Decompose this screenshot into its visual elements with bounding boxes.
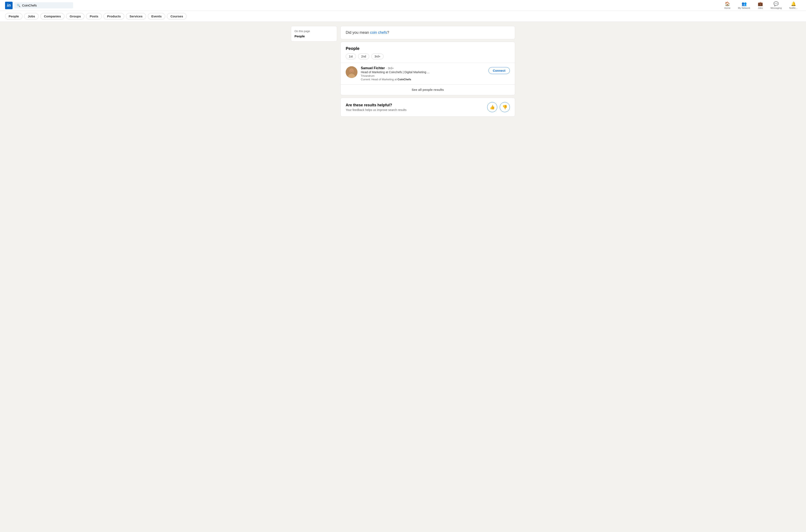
person-current-company: CoinChefs	[398, 78, 411, 81]
nav-home[interactable]: 🏠 Home	[721, 0, 734, 11]
person-degree: · 3rd+	[386, 66, 394, 70]
search-input[interactable]	[22, 4, 71, 7]
notifications-icon: 🔔	[791, 1, 796, 6]
jobs-icon: 💼	[758, 1, 763, 6]
did-you-mean-link[interactable]: coin chefs	[370, 31, 387, 35]
nav-my-network[interactable]: 👥 My Network	[735, 0, 753, 11]
header: in 🔍 🏠 Home 👥 My Network 💼 Jobs 💬 Messag…	[0, 0, 806, 11]
main-content: On this page People Did you mean coin ch…	[288, 26, 518, 117]
see-all-link[interactable]: See all people results	[411, 88, 444, 91]
table-row: Samuel Fichter· 3rd+ Head of Marketing a…	[341, 63, 515, 84]
avatar-image	[346, 66, 358, 78]
nav-my-network-label: My Network	[738, 7, 750, 9]
filter-events[interactable]: Events	[148, 13, 165, 19]
filter-groups[interactable]: Groups	[66, 13, 85, 19]
feedback-buttons: 👍 👎	[487, 102, 510, 112]
feedback-subtitle: Your feedback helps us improve search re…	[346, 108, 407, 112]
nav-jobs[interactable]: 💼 Jobs	[754, 0, 766, 11]
filter-jobs[interactable]: Jobs	[24, 13, 39, 19]
person-info: Samuel Fichter· 3rd+ Head of Marketing a…	[361, 66, 485, 81]
search-bar: 🔍	[14, 2, 73, 8]
person-current: Current: Head of Marketing at CoinChefs	[361, 78, 485, 81]
svg-point-3	[350, 69, 353, 73]
main-nav: 🏠 Home 👥 My Network 💼 Jobs 💬 Messaging 🔔…	[721, 0, 801, 11]
on-this-page-label: On this page	[294, 30, 333, 33]
people-section-title: People	[341, 42, 515, 54]
nav-messaging[interactable]: 💬 Messaging	[767, 0, 785, 11]
feedback-title: Are these results helpful?	[346, 103, 407, 107]
search-icon: 🔍	[17, 4, 20, 7]
nav-messaging-label: Messaging	[771, 7, 782, 9]
person-title: Head of Marketing at Coinchefs | Digital…	[361, 71, 485, 74]
filter-products[interactable]: Products	[104, 13, 124, 19]
degree-1st[interactable]: 1st	[346, 54, 356, 59]
nav-notifications-label: Notific...	[789, 7, 798, 9]
sidebar: On this page People	[291, 26, 337, 117]
did-you-mean-suffix: ?	[387, 31, 389, 35]
logo-text: in	[7, 3, 11, 8]
linkedin-logo[interactable]: in	[5, 2, 13, 9]
degree-2nd[interactable]: 2nd	[358, 54, 369, 59]
results-area: Did you mean coin chefs? People 1st 2nd …	[341, 26, 515, 117]
sidebar-people-link[interactable]: People	[294, 34, 333, 38]
filter-bar: People Jobs Companies Groups Posts Produ…	[0, 11, 806, 22]
filter-people[interactable]: People	[5, 13, 22, 19]
feedback-text: Are these results helpful? Your feedback…	[346, 103, 407, 112]
feedback-card: Are these results helpful? Your feedback…	[341, 98, 515, 117]
nav-home-label: Home	[725, 7, 730, 9]
thumbs-up-button[interactable]: 👍	[487, 102, 497, 112]
people-card: People 1st 2nd 3rd+	[341, 42, 515, 95]
avatar[interactable]	[346, 66, 358, 78]
filter-courses[interactable]: Courses	[167, 13, 187, 19]
did-you-mean-card: Did you mean coin chefs?	[341, 26, 515, 39]
sidebar-card: On this page People	[291, 26, 337, 41]
connect-button[interactable]: Connect	[489, 67, 510, 74]
see-all-row: See all people results	[341, 84, 515, 95]
nav-jobs-label: Jobs	[758, 7, 763, 9]
messaging-icon: 💬	[773, 1, 779, 6]
nav-notifications[interactable]: 🔔 Notific...	[786, 0, 801, 11]
filter-services[interactable]: Services	[126, 13, 146, 19]
thumbs-down-button[interactable]: 👎	[500, 102, 510, 112]
person-location: Trivandrum	[361, 74, 485, 77]
network-icon: 👥	[741, 1, 747, 6]
degree-filters: 1st 2nd 3rd+	[341, 54, 515, 63]
degree-3rd[interactable]: 3rd+	[371, 54, 384, 59]
did-you-mean-prefix: Did you mean	[346, 31, 370, 35]
filter-companies[interactable]: Companies	[40, 13, 65, 19]
filter-posts[interactable]: Posts	[86, 13, 102, 19]
home-icon: 🏠	[725, 1, 730, 6]
person-name[interactable]: Samuel Fichter	[361, 66, 385, 70]
